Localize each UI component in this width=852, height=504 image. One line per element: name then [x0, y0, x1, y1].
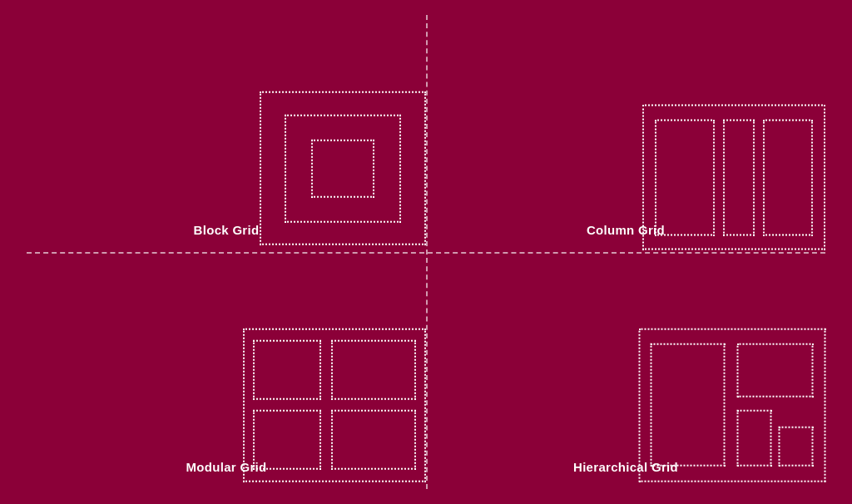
- column-grid-cell: Column Grid: [426, 15, 825, 252]
- block-grid-label: Block Grid: [194, 223, 260, 237]
- column-grid-diagram: [642, 104, 825, 250]
- modular-grid-cell: Modular Grid: [27, 252, 426, 489]
- block-grid-cell: Block Grid: [27, 15, 426, 252]
- block-grid-diagram: [260, 91, 426, 245]
- hierarchical-grid-cell: Hierarchical Grid: [426, 252, 825, 489]
- main-grid: Block Grid Column Grid Mod: [27, 15, 825, 489]
- modular-grid-diagram: [243, 328, 426, 482]
- hierarchical-grid-diagram: [638, 328, 825, 482]
